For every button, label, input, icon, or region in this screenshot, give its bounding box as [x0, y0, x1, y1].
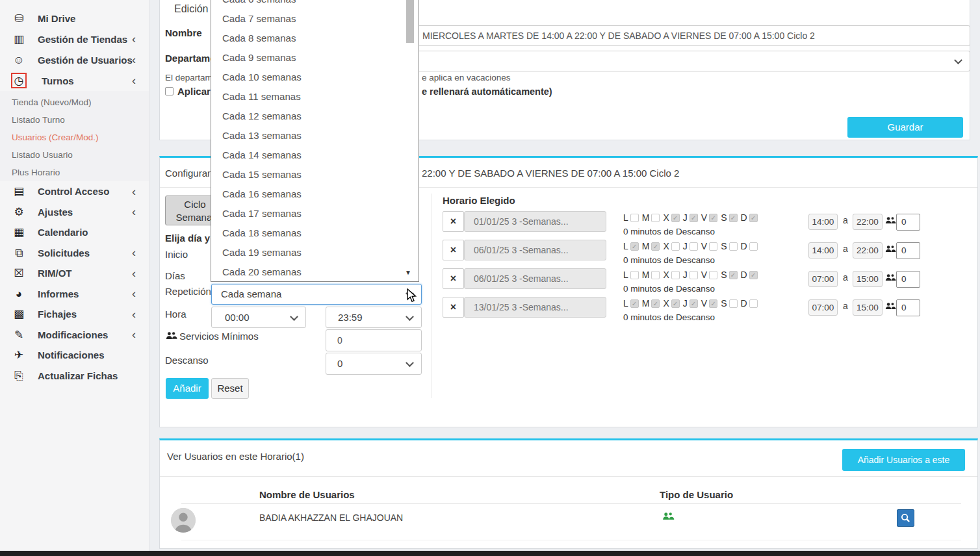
- day-checkbox[interactable]: [690, 242, 698, 251]
- time-to-box[interactable]: 15:00: [853, 299, 883, 316]
- dropdown-option[interactable]: Cada 16 semanas: [211, 184, 419, 204]
- day-checkbox[interactable]: [749, 299, 758, 308]
- chevron-down-icon: [954, 56, 962, 64]
- time-to-box[interactable]: 22:00: [853, 214, 883, 230]
- add-users-button[interactable]: Añadir Usuarios a este horario: [842, 449, 965, 471]
- day-checkbox[interactable]: [671, 242, 680, 251]
- submenu-item-usuarios-crear-mod[interactable]: Usuarios (Crear/Mod.): [0, 129, 149, 146]
- day-checkbox[interactable]: ✓: [749, 214, 758, 222]
- chevron-left-icon: ‹: [132, 329, 136, 340]
- reset-button[interactable]: Reset: [211, 378, 249, 399]
- submenu-item-tienda[interactable]: Tienda (Nuevo/Mod): [0, 94, 149, 111]
- sidebar-item-gestion-tiendas[interactable]: ▥ Gestión de Tiendas ‹: [0, 29, 149, 49]
- sidebar-item-informes[interactable]: ◕ Informes ‹: [0, 284, 149, 305]
- sidebar-item-turnos[interactable]: ◷ Turnos ‹: [0, 70, 149, 91]
- search-user-button[interactable]: [897, 509, 914, 527]
- day-checkbox[interactable]: ✓: [671, 214, 680, 222]
- day-checkbox[interactable]: ✓: [690, 299, 698, 308]
- dropdown-option[interactable]: Cada 8 semanas: [211, 29, 419, 48]
- remove-schedule-button[interactable]: ×: [443, 240, 464, 260]
- schedule-date-box[interactable]: 06/01/25 3 -Semanas...: [464, 268, 606, 289]
- hora-to-select[interactable]: 23:59: [326, 307, 422, 328]
- scrollbar-thumb[interactable]: [406, 0, 414, 43]
- descanso-select[interactable]: 0: [326, 353, 422, 375]
- day-checkbox[interactable]: ✓: [651, 242, 660, 251]
- sidebar-item-gestion-usuarios[interactable]: ☺ Gestión de Usuarios ‹: [0, 49, 149, 70]
- dropdown-option[interactable]: Cada 10 semanas: [211, 68, 419, 87]
- day-checkbox[interactable]: [729, 299, 738, 308]
- dropdown-option[interactable]: Cada 14 semanas: [211, 145, 419, 165]
- chevron-left-icon: ‹: [132, 186, 136, 197]
- time-to-box[interactable]: 22:00: [853, 242, 883, 259]
- submenu-item-plus-horario[interactable]: Plus Horario: [0, 164, 149, 181]
- dropdown-option[interactable]: Cada 15 semanas: [211, 165, 419, 184]
- dropdown-option[interactable]: Cada 9 semanas: [211, 48, 419, 68]
- dropdown-option[interactable]: Cada 18 semanas: [211, 223, 419, 243]
- schedule-date-box[interactable]: 01/01/25 3 -Semanas...: [464, 211, 606, 232]
- time-from-box[interactable]: 14:00: [808, 214, 838, 230]
- day-checkbox[interactable]: ✓: [690, 214, 698, 222]
- sidebar-item-rim-ot[interactable]: ☒ RIM/OT ‹: [0, 263, 149, 284]
- day-checkbox[interactable]: ✓: [630, 299, 639, 308]
- schedule-date-box[interactable]: 13/01/25 3 -Semanas...: [464, 297, 606, 318]
- remove-schedule-button[interactable]: ×: [443, 297, 464, 318]
- dropdown-option[interactable]: Cada 7 semanas: [211, 9, 419, 29]
- rest-label: 0 minutos de Descanso: [623, 227, 715, 236]
- dropdown-option[interactable]: Cada 20 semanas: [211, 262, 419, 282]
- day-checkbox[interactable]: ✓: [729, 271, 738, 279]
- sidebar-item-ajustes[interactable]: ⚙ Ajustes ‹: [0, 202, 149, 223]
- sidebar-item-calendario[interactable]: ▦ Calendario: [0, 222, 149, 243]
- day-checkbox[interactable]: [709, 271, 717, 279]
- day-checkbox[interactable]: [651, 214, 660, 222]
- day-checkbox[interactable]: ✓: [671, 299, 680, 308]
- remove-schedule-button[interactable]: ×: [443, 268, 464, 289]
- remove-schedule-button[interactable]: ×: [443, 211, 464, 232]
- time-from-box[interactable]: 07:00: [808, 299, 838, 316]
- day-checkbox[interactable]: ✓: [709, 299, 717, 308]
- servicios-minimos-input[interactable]: 0: [326, 329, 422, 351]
- day-checkbox[interactable]: [729, 242, 738, 251]
- dropdown-option[interactable]: Cada 13 semanas: [211, 126, 419, 145]
- dropdown-option[interactable]: Cada 11 semanas: [211, 87, 419, 107]
- day-checkbox[interactable]: [630, 271, 639, 279]
- sidebar-item-notificaciones[interactable]: ✈ Notificaciones: [0, 345, 149, 366]
- min-users-input[interactable]: 0: [896, 271, 920, 288]
- anadir-button[interactable]: Añadir: [166, 378, 209, 399]
- min-users-input[interactable]: 0: [896, 299, 920, 316]
- day-checkbox[interactable]: ✓: [630, 242, 639, 251]
- day-checkbox[interactable]: [630, 214, 639, 222]
- sidebar-item-mi-drive[interactable]: ⛁ Mi Drive: [0, 8, 149, 29]
- time-from-box[interactable]: 14:00: [808, 242, 838, 259]
- schedule-date-box[interactable]: 06/01/25 3 -Semanas...: [464, 240, 606, 260]
- guardar-button[interactable]: Guardar: [847, 117, 963, 138]
- day-checkbox[interactable]: ✓: [651, 299, 660, 308]
- dropdown-option[interactable]: Cada 17 semanas: [211, 204, 419, 223]
- sidebar-item-control-acceso[interactable]: ▤ Control Acceso ‹: [0, 181, 149, 202]
- dropdown-option[interactable]: Cada 12 semanas: [211, 107, 419, 126]
- sidebar-item-actualizar-fichas[interactable]: ⎘ Actualizar Fichas: [0, 366, 149, 386]
- repeticion-select[interactable]: Cada semana: [211, 284, 422, 305]
- min-users-input[interactable]: 0: [896, 242, 920, 259]
- day-checkbox[interactable]: [651, 271, 660, 279]
- time-to-box[interactable]: 15:00: [853, 271, 883, 287]
- aplicar-checkbox[interactable]: [165, 87, 174, 95]
- dropdown-option[interactable]: Cada 6 semanas: [211, 0, 419, 9]
- min-users-input[interactable]: 0: [896, 214, 920, 231]
- dropdown-option[interactable]: Cada 19 semanas: [211, 243, 419, 262]
- day-checkbox[interactable]: [709, 242, 717, 251]
- submenu-item-listado-usuario[interactable]: Listado Usuario: [0, 146, 149, 164]
- time-from-box[interactable]: 07:00: [808, 271, 838, 287]
- submenu-item-listado-turno[interactable]: Listado Turno: [0, 111, 149, 129]
- scroll-down-icon[interactable]: ▼: [405, 269, 411, 276]
- day-checkbox[interactable]: ✓: [749, 271, 758, 279]
- day-checkbox[interactable]: [671, 271, 680, 279]
- sidebar-item-solicitudes[interactable]: ⧉ Solicitudes ‹: [0, 243, 149, 264]
- day-checkbox[interactable]: ✓: [709, 214, 717, 222]
- day-checkbox[interactable]: [749, 242, 758, 251]
- sidebar-item-modificaciones[interactable]: ✎ Modificaciones ‹: [0, 325, 149, 346]
- day-checkbox[interactable]: [690, 271, 698, 279]
- sidebar-item-fichajes[interactable]: ▩ Fichajes ‹: [0, 304, 149, 325]
- card-icon: ▤: [0, 186, 38, 197]
- hora-from-select[interactable]: 00:00: [211, 307, 306, 328]
- day-checkbox[interactable]: ✓: [729, 214, 738, 222]
